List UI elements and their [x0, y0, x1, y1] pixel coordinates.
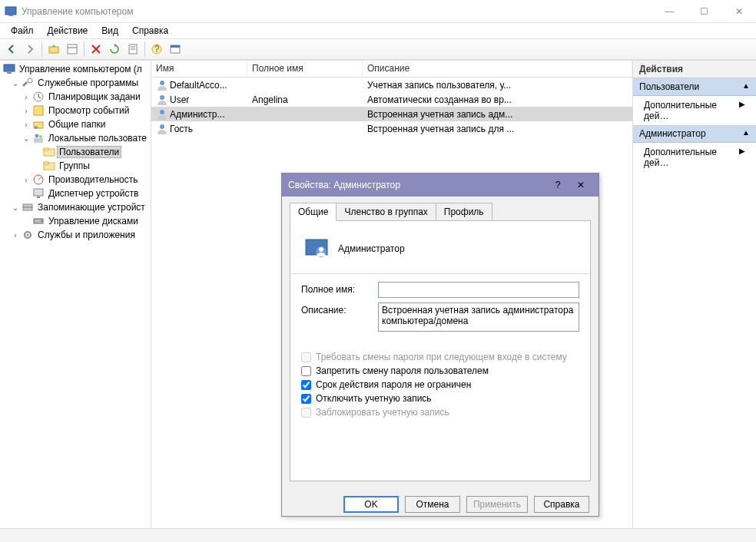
user-large-icon: [304, 236, 329, 261]
full-name-input[interactable]: [378, 282, 579, 298]
svg-rect-16: [34, 106, 43, 115]
toolbar-separator: [84, 41, 85, 57]
menu-action[interactable]: Действие: [41, 24, 94, 38]
tree-local-users[interactable]: ⌄ Локальные пользовате: [0, 131, 151, 145]
column-name[interactable]: Имя: [151, 61, 247, 77]
tree-event-viewer[interactable]: › Просмотр событий: [0, 104, 151, 117]
toolbar-back-button[interactable]: [3, 41, 20, 58]
user-list[interactable]: DefaultAcco... Учетная запись пользовате…: [151, 78, 632, 136]
svg-point-34: [27, 234, 29, 236]
menu-file[interactable]: Файл: [5, 24, 40, 38]
expand-icon[interactable]: ›: [22, 107, 31, 115]
check-disable-account[interactable]: Отключить учетную запись: [301, 393, 579, 404]
window-maximize-button[interactable]: ☐: [687, 0, 721, 23]
tab-general[interactable]: Общие: [290, 203, 337, 221]
window-close-button[interactable]: ✕: [721, 0, 756, 23]
collapse-icon[interactable]: ⌄: [11, 79, 20, 88]
dialog-tabs: Общие Членство в группах Профиль: [282, 197, 598, 221]
check-require-change: Требовать смены пароля при следующем вхо…: [301, 352, 579, 362]
list-row[interactable]: Гость Встроенная учетная запись для ...: [151, 121, 632, 136]
list-row[interactable]: Администр... Встроенная учетная запись а…: [151, 107, 632, 121]
toolbar-properties-button[interactable]: [64, 41, 81, 58]
dialog-close-button[interactable]: ✕: [569, 180, 592, 190]
performance-icon: [32, 174, 45, 186]
tree-services-apps[interactable]: › Службы и приложения: [0, 228, 151, 242]
expand-icon[interactable]: ›: [22, 121, 31, 129]
svg-point-38: [160, 124, 164, 129]
expand-icon[interactable]: ›: [22, 176, 31, 184]
svg-rect-1: [8, 15, 13, 16]
list-row[interactable]: User Angelina Автоматически созданная во…: [151, 92, 632, 107]
toolbar-export-button[interactable]: [124, 41, 141, 58]
expand-icon[interactable]: ›: [22, 93, 31, 101]
svg-rect-23: [44, 148, 48, 150]
description-input[interactable]: [378, 302, 579, 332]
actions-group-users[interactable]: Пользователи▲: [633, 78, 756, 96]
expand-icon[interactable]: ›: [11, 231, 20, 240]
tab-profile[interactable]: Профиль: [436, 203, 492, 221]
check-no-change[interactable]: Запретить смену пароля пользователем: [301, 365, 579, 376]
full-name-label: Полное имя:: [301, 282, 378, 295]
device-icon: [32, 187, 45, 200]
toolbar-help-button[interactable]: ?: [148, 41, 165, 58]
svg-point-36: [160, 95, 164, 100]
dialog-buttons: OK Отмена Применить Справка: [282, 490, 598, 519]
folder-icon: [43, 146, 55, 158]
app-icon: [5, 5, 17, 18]
toolbar-separator: [144, 41, 145, 57]
tree-users[interactable]: Пользователи: [0, 145, 151, 159]
tree-disk-management[interactable]: Управление дисками: [0, 214, 151, 228]
dialog-help-button[interactable]: ?: [546, 180, 569, 190]
dialog-user-name: Администратор: [338, 243, 405, 254]
column-description[interactable]: Описание: [363, 61, 632, 77]
column-fullname[interactable]: Полное имя: [247, 61, 363, 77]
toolbar-delete-button[interactable]: [88, 41, 104, 58]
clock-icon: [32, 91, 45, 103]
user-icon: [156, 94, 168, 106]
check-never-expires[interactable]: Срок действия пароля не ограничен: [301, 379, 579, 390]
svg-rect-0: [5, 7, 16, 15]
tree-task-scheduler[interactable]: › Планировщик задани: [0, 90, 151, 104]
actions-more-admin[interactable]: Дополнительные дей…▶: [633, 143, 756, 172]
apply-button[interactable]: Применить: [466, 496, 528, 513]
svg-rect-27: [34, 189, 43, 196]
tree-groups[interactable]: Группы: [0, 159, 151, 173]
svg-rect-2: [49, 47, 58, 53]
menu-help[interactable]: Справка: [126, 24, 174, 38]
collapse-icon[interactable]: ⌄: [22, 134, 31, 143]
svg-rect-29: [23, 204, 32, 207]
actions-more-users[interactable]: Дополнительные дей…▶: [633, 96, 756, 125]
tree-storage[interactable]: ⌄ Запоминающие устройст: [0, 200, 151, 214]
dialog-titlebar[interactable]: Свойства: Администратор ? ✕: [282, 174, 598, 197]
tree-root[interactable]: Управление компьютером (л: [0, 62, 151, 76]
svg-rect-28: [37, 197, 40, 198]
toolbar-view-button[interactable]: [167, 41, 184, 58]
tree-pane[interactable]: Управление компьютером (л ⌄ Служебные пр…: [0, 61, 151, 528]
description-label: Описание:: [301, 302, 378, 316]
user-icon: [156, 79, 168, 91]
user-icon: [156, 108, 168, 121]
actions-group-admin[interactable]: Администратор▲: [633, 125, 756, 143]
tab-membership[interactable]: Членство в группах: [336, 203, 436, 221]
cancel-button[interactable]: Отмена: [405, 496, 460, 513]
ok-button[interactable]: OK: [343, 496, 399, 513]
svg-rect-21: [34, 138, 43, 143]
tree-performance[interactable]: › Производительность: [0, 173, 151, 187]
menu-view[interactable]: Вид: [95, 24, 124, 38]
event-icon: [32, 104, 45, 117]
help-button[interactable]: Справка: [534, 496, 589, 513]
tree-shared-folders[interactable]: › Общие папки: [0, 117, 151, 131]
list-row[interactable]: DefaultAcco... Учетная запись пользовате…: [151, 78, 632, 92]
window-minimize-button[interactable]: —: [652, 0, 687, 23]
tree-services-programs[interactable]: ⌄ Служебные программы: [0, 76, 151, 90]
toolbar-forward-button[interactable]: [22, 41, 38, 58]
list-header: Имя Полное имя Описание: [151, 61, 632, 78]
users-icon: [32, 132, 45, 144]
collapse-icon[interactable]: ⌄: [11, 203, 20, 212]
tools-icon: [22, 77, 34, 89]
dialog-title: Свойства: Администратор: [288, 180, 546, 190]
toolbar-refresh-button[interactable]: [106, 41, 123, 58]
tree-device-manager[interactable]: Диспетчер устройств: [0, 187, 151, 200]
svg-rect-11: [171, 45, 180, 48]
toolbar-up-button[interactable]: [45, 41, 62, 58]
